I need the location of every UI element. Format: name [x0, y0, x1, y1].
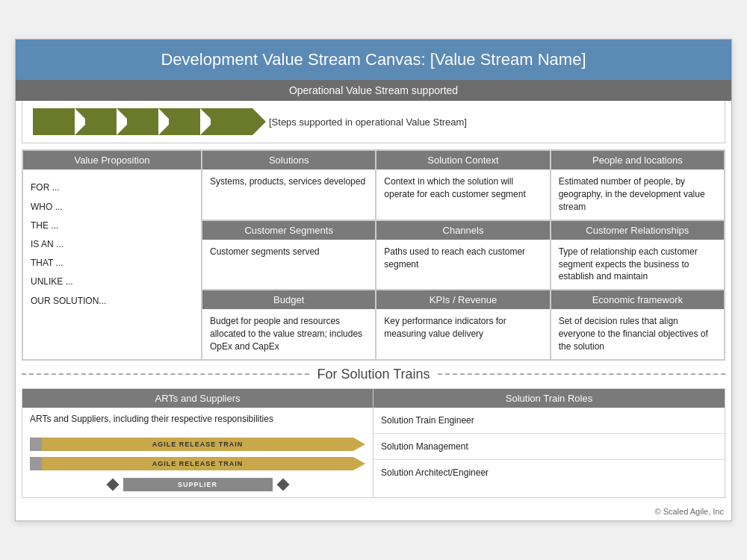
- solution-context-cell: Solution Context Context in which the so…: [376, 150, 550, 220]
- economic-framework-header: Economic framework: [551, 290, 724, 309]
- arts-suppliers-description: ARTs and Suppliers, including their resp…: [22, 408, 373, 430]
- main-grid: Value Proposition FOR ... WHO ... THE ..…: [22, 149, 725, 360]
- kpis-revenue-body: Key performance indicators for measuring…: [376, 309, 549, 346]
- solution-train-roles-cell: Solution Train Roles Solution Train Engi…: [374, 389, 725, 497]
- customer-relationships-cell: Customer Relationships Type of relations…: [551, 220, 725, 290]
- people-locations-body: Estimated number of people, by geography…: [551, 169, 724, 219]
- solution-context-header: Solution Context: [376, 151, 549, 169]
- people-locations-cell: People and locations Estimated number of…: [551, 150, 725, 220]
- canvas-title: Development Value Stream Canvas: [Value …: [16, 40, 731, 80]
- train-nose-2: [353, 457, 365, 470]
- vp-line-4: IS AN ...: [31, 235, 193, 254]
- canvas-wrapper: Development Value Stream Canvas: [Value …: [15, 39, 732, 520]
- copyright: © Scaled Agile, Inc: [16, 504, 731, 520]
- solutions-body: Systems, products, services developed: [202, 169, 375, 194]
- budget-cell: Budget Budget for people and resources a…: [202, 290, 376, 359]
- solutions-cell: Solutions Systems, products, services de…: [202, 150, 376, 220]
- bottom-section: ARTs and Suppliers ARTs and Suppliers, i…: [22, 388, 725, 498]
- art-train-body-1: AGILE RELEASE TRAIN: [42, 438, 353, 451]
- solution-train-roles-header: Solution Train Roles: [374, 389, 725, 408]
- dashed-line-left: [22, 373, 309, 375]
- train-tail-1: [30, 438, 42, 451]
- role-2: Solution Management: [374, 434, 725, 460]
- role-3: Solution Architect/Engineer: [374, 460, 725, 485]
- solution-context-body: Context in which the solution will opera…: [376, 169, 549, 207]
- value-proposition-header: Value Proposition: [23, 151, 201, 169]
- supplier-row: SUPPLIER: [30, 478, 365, 491]
- art-train-2: AGILE RELEASE TRAIN: [30, 455, 365, 472]
- diamond-right: [276, 478, 289, 491]
- vp-line-1: FOR ...: [31, 178, 193, 197]
- value-proposition-body: FOR ... WHO ... THE ... IS AN ... THAT .…: [23, 169, 201, 319]
- customer-relationships-body: Type of relationship each customer segme…: [551, 240, 724, 289]
- solutions-header: Solutions: [202, 151, 375, 169]
- customer-segments-body: Customer segments served: [202, 240, 375, 264]
- budget-header: Budget: [202, 290, 375, 309]
- ops-bar: Operational Value Stream supported: [16, 80, 731, 101]
- economic-framework-body: Set of decision rules that align everyon…: [551, 309, 724, 358]
- kpis-revenue-cell: KPIs / Revenue Key performance indicator…: [376, 290, 550, 359]
- vp-line-7: OUR SOLUTION...: [31, 292, 193, 311]
- channels-body: Paths used to reach each customer segmen…: [376, 240, 549, 277]
- people-locations-header: People and locations: [551, 151, 724, 169]
- vp-line-3: THE ...: [31, 217, 193, 235]
- value-proposition-cell: Value Proposition FOR ... WHO ... THE ..…: [22, 150, 202, 359]
- customer-segments-cell: Customer Segments Customer segments serv…: [202, 220, 376, 290]
- train-visual: AGILE RELEASE TRAIN AGILE RELEASE TRAIN: [22, 430, 373, 497]
- arrow-5: [200, 108, 252, 135]
- art-train-body-2: AGILE RELEASE TRAIN: [42, 457, 353, 470]
- train-tail-2: [30, 457, 42, 470]
- train-nose-1: [353, 438, 365, 451]
- art-train-1: AGILE RELEASE TRAIN: [30, 436, 365, 452]
- dashed-line-right: [438, 373, 725, 375]
- channels-header: Channels: [376, 221, 549, 240]
- vp-line-2: WHO ...: [31, 198, 193, 217]
- economic-framework-cell: Economic framework Set of decision rules…: [551, 290, 725, 359]
- solution-trains-label: For Solution Trains: [317, 367, 430, 382]
- customer-segments-header: Customer Segments: [202, 221, 375, 240]
- arts-suppliers-header: ARTs and Suppliers: [22, 389, 373, 408]
- vp-line-5: THAT ...: [31, 254, 193, 273]
- arts-suppliers-cell: ARTs and Suppliers ARTs and Suppliers, i…: [22, 389, 374, 497]
- arrow-section: [Steps supported in operational Value St…: [22, 101, 725, 143]
- diamond-left: [106, 478, 119, 491]
- channels-cell: Channels Paths used to reach each custom…: [376, 220, 550, 290]
- vp-line-6: UNLIKE ...: [31, 273, 193, 291]
- customer-relationships-header: Customer Relationships: [551, 221, 724, 240]
- arrow-label: [Steps supported in operational Value St…: [269, 116, 467, 128]
- supplier-bar: SUPPLIER: [123, 478, 273, 491]
- role-1: Solution Train Engineer: [374, 408, 725, 434]
- solution-trains-divider: For Solution Trains: [22, 367, 725, 382]
- kpis-revenue-header: KPIs / Revenue: [376, 290, 549, 309]
- arrows-container: [33, 108, 242, 135]
- budget-body: Budget for people and resources allocate…: [202, 309, 375, 358]
